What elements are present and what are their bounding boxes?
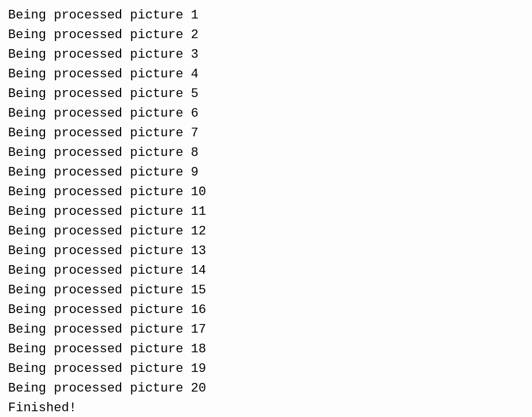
console-line: Being processed picture 13: [8, 241, 532, 261]
console-line: Being processed picture 11: [8, 202, 532, 222]
console-line: Finished!: [8, 399, 532, 417]
console-line: Being processed picture 1: [8, 6, 532, 25]
console-line: Being processed picture 9: [8, 163, 532, 183]
console-line: Being processed picture 17: [8, 320, 532, 340]
console-line: Being processed picture 16: [8, 300, 532, 320]
console-line: Being processed picture 14: [8, 261, 532, 281]
console-line: Being processed picture 15: [8, 281, 532, 300]
console-line: Being processed picture 7: [8, 124, 532, 143]
console-line: Being processed picture 6: [8, 104, 532, 124]
console-line: Being processed picture 4: [8, 65, 532, 84]
console-line: Being processed picture 10: [8, 183, 532, 202]
console-line: Being processed picture 18: [8, 340, 532, 359]
console-line: Being processed picture 3: [8, 45, 532, 65]
console-line: Being processed picture 8: [8, 143, 532, 163]
console-line: Being processed picture 2: [8, 25, 532, 45]
console-output: Being processed picture 1 Being processe…: [8, 6, 532, 417]
console-line: Being processed picture 20: [8, 379, 532, 399]
console-line: Being processed picture 12: [8, 222, 532, 241]
console-line: Being processed picture 19: [8, 359, 532, 379]
console-line: Being processed picture 5: [8, 84, 532, 104]
